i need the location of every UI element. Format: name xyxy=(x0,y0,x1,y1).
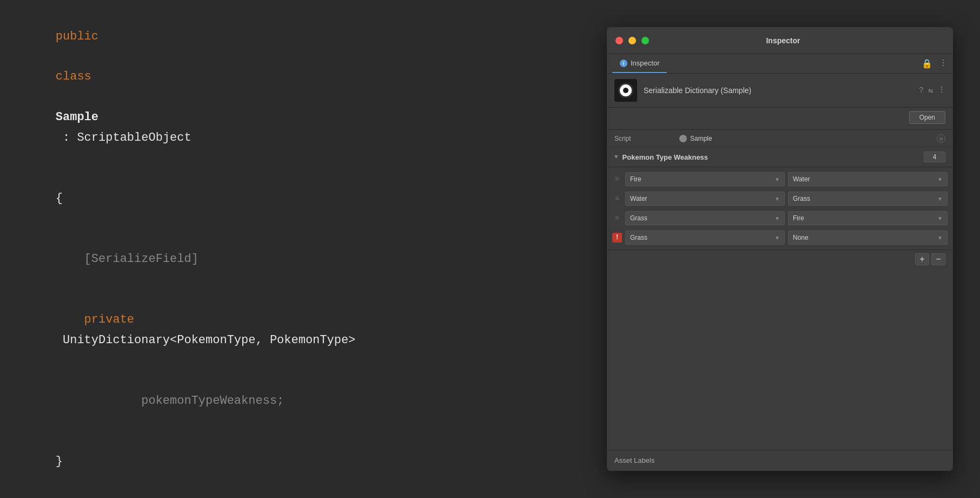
more-icon[interactable]: ︙ xyxy=(939,58,948,69)
inspector-tab-icon: i xyxy=(620,60,627,67)
section-count: 4 xyxy=(924,152,945,162)
val-value-3: None xyxy=(793,234,809,241)
script-icon xyxy=(679,135,687,142)
inspector-panel: Inspector i Inspector 🔒 ︙ Serializable D… xyxy=(607,27,953,471)
inspector-tab[interactable]: i Inspector xyxy=(612,54,667,73)
val-arrow-1: ▼ xyxy=(937,196,943,202)
key-value-0: Fire xyxy=(630,175,641,183)
val-arrow-2: ▼ xyxy=(937,215,943,221)
eye-icon xyxy=(618,83,633,98)
row-handle-1[interactable]: ≡ xyxy=(612,194,622,203)
row-handle-2[interactable]: ≡ xyxy=(612,214,622,222)
lock-icon[interactable]: 🔒 xyxy=(922,58,932,69)
layout-icon[interactable]: ⇆ xyxy=(928,86,933,96)
key-arrow-1: ▼ xyxy=(774,196,780,202)
open-button[interactable]: Open xyxy=(909,111,945,124)
val-arrow-3: ▼ xyxy=(937,235,943,241)
tab-bar: i Inspector 🔒 ︙ xyxy=(607,54,953,74)
key-value-1: Water xyxy=(630,195,647,202)
key-dropdown-3[interactable]: Grass ▼ xyxy=(625,231,785,245)
key-value-2: Grass xyxy=(630,214,647,222)
dict-row-error: ! Grass ▼ None ▼ xyxy=(612,228,948,247)
properties-area: Script Sample ◎ ▼ Pokemon Type Weakness … xyxy=(607,130,953,450)
code-line-3: [SerializeField] xyxy=(27,229,580,290)
section-header: ▼ Pokemon Type Weakness 4 xyxy=(607,147,953,167)
close-button[interactable] xyxy=(615,37,623,44)
key-dropdown-0[interactable]: Fire ▼ xyxy=(625,172,785,186)
script-value: Sample xyxy=(690,135,933,142)
row-handle-0[interactable]: ≡ xyxy=(612,175,622,184)
row-error-icon-3: ! xyxy=(612,233,622,243)
key-dropdown-2[interactable]: Grass ▼ xyxy=(625,211,785,225)
help-icon[interactable]: ? xyxy=(919,86,924,95)
section-arrow[interactable]: ▼ xyxy=(614,154,618,160)
dict-row: ≡ Water ▼ Grass ▼ xyxy=(612,189,948,208)
maximize-button[interactable] xyxy=(641,37,649,44)
code-line-5: pokemonTypeWeakness; xyxy=(27,370,580,431)
key-arrow-2: ▼ xyxy=(774,215,780,221)
code-line-4: private UnityDictionary<PokemonType, Pok… xyxy=(27,290,580,371)
key-value-3: Grass xyxy=(630,234,647,241)
code-editor: public class Sample : ScriptableObject {… xyxy=(0,0,607,498)
inspector-tab-label: Inspector xyxy=(631,59,659,67)
remove-button[interactable]: − xyxy=(931,253,945,265)
script-value-row: Sample ◎ xyxy=(679,134,945,143)
asset-labels-section: Asset Labels xyxy=(607,450,953,471)
code-line-6: } xyxy=(27,431,580,492)
code-line-1: public class Sample : ScriptableObject xyxy=(27,6,580,168)
val-value-0: Water xyxy=(793,175,810,183)
asset-header-actions: ? ⇆ ︙ xyxy=(919,86,945,96)
eye-pupil xyxy=(623,88,628,93)
val-dropdown-0[interactable]: Water ▼ xyxy=(788,172,948,186)
kw-public: public xyxy=(56,30,98,43)
dict-rows: ≡ Fire ▼ Water ▼ ≡ Water ▼ Grass xyxy=(607,167,953,250)
asset-header: Serializable Dictionary (Sample) ? ⇆ ︙ xyxy=(607,74,953,108)
minimize-button[interactable] xyxy=(628,37,636,44)
dict-row: ≡ Fire ▼ Water ▼ xyxy=(612,169,948,189)
class-name: Sample xyxy=(56,110,98,124)
section-title: Pokemon Type Weakness xyxy=(623,153,924,161)
val-dropdown-1[interactable]: Grass ▼ xyxy=(788,192,948,206)
key-dropdown-1[interactable]: Water ▼ xyxy=(625,192,785,206)
add-button[interactable]: + xyxy=(915,253,929,265)
asset-labels-title: Asset Labels xyxy=(614,456,654,464)
val-dropdown-3[interactable]: None ▼ xyxy=(788,231,948,245)
val-arrow-0: ▼ xyxy=(937,176,943,182)
key-arrow-0: ▼ xyxy=(774,176,780,182)
window-title: Inspector xyxy=(654,36,912,45)
val-dropdown-2[interactable]: Fire ▼ xyxy=(788,211,948,225)
title-bar: Inspector xyxy=(607,27,953,54)
script-select-btn[interactable]: ◎ xyxy=(937,134,945,143)
dict-row: ≡ Grass ▼ Fire ▼ xyxy=(612,208,948,228)
script-label: Script xyxy=(614,135,679,142)
key-arrow-3: ▼ xyxy=(774,235,780,241)
context-menu-icon[interactable]: ︙ xyxy=(937,86,945,95)
kw-class: class xyxy=(56,70,91,83)
val-value-2: Fire xyxy=(793,214,804,222)
script-row: Script Sample ◎ xyxy=(607,130,953,147)
tab-actions: 🔒 ︙ xyxy=(922,54,948,73)
asset-icon xyxy=(614,79,637,102)
open-button-row: Open xyxy=(607,108,953,130)
code-line-2: { xyxy=(27,168,580,228)
add-remove-row: + − xyxy=(607,250,953,268)
val-value-1: Grass xyxy=(793,195,810,202)
asset-name: Serializable Dictionary (Sample) xyxy=(644,86,912,95)
